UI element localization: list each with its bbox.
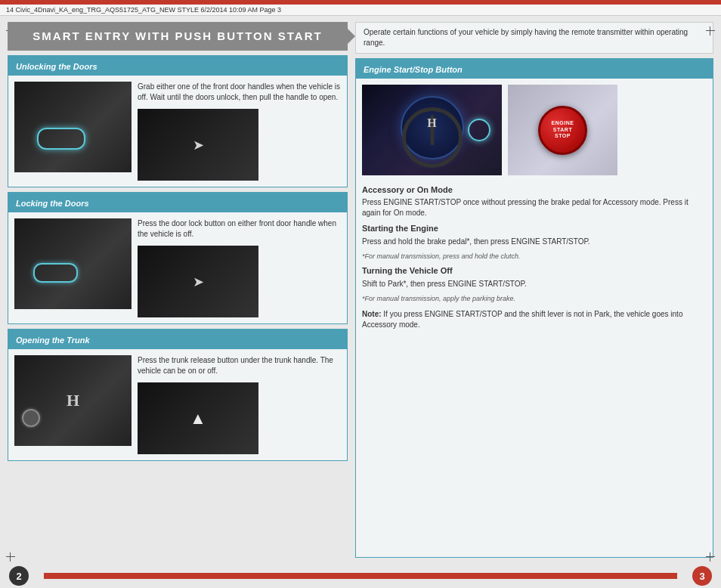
locking-header: Locking the Doors [8, 193, 347, 212]
engine-start-stop-button: ENGINE START STOP [538, 106, 587, 155]
smart-entry-header: SMART ENTRY WITH PUSH BUTTON START [8, 22, 348, 51]
compass-tr [706, 26, 715, 36]
note-text: If you press ENGINE START/STOP and the s… [362, 310, 682, 329]
dashboard-circle-indicator [468, 119, 490, 141]
page-number-left: 2 [9, 566, 29, 586]
top-notice: Operate certain functions of your vehicl… [355, 22, 713, 54]
engine-header: Engine Start/Stop Button [356, 59, 713, 79]
engine-images: ENGINE START STOP [356, 79, 713, 181]
locking-title: Locking the Doors [16, 199, 89, 208]
locking-image-close [138, 246, 258, 317]
unlocking-content: Grab either one of the front door handle… [8, 76, 347, 187]
trunk-image-main [14, 355, 132, 446]
engine-button-line2: START [553, 127, 572, 133]
main-content: SMART ENTRY WITH PUSH BUTTON START Unloc… [0, 16, 721, 564]
right-column: Operate certain functions of your vehicl… [355, 22, 713, 558]
starting-text: Press and hold the brake pedal*, then pr… [362, 237, 707, 247]
starting-title: Starting the Engine [362, 223, 707, 234]
compass-bl [6, 552, 15, 562]
accessory-text: Press ENGINE START/STOP once without pre… [362, 197, 707, 218]
steering-column [430, 115, 434, 145]
unlocking-header: Unlocking the Doors [8, 56, 347, 76]
turning-italic: *For manual transmission, apply the park… [362, 294, 707, 304]
locking-section: Locking the Doors Press the door lock bu… [8, 192, 348, 324]
engine-section: Engine Start/Stop Button ENGINE [355, 58, 713, 558]
turning-title: Turning the Vehicle Off [362, 265, 707, 277]
accessory-title: Accessory or On Mode [362, 184, 707, 196]
unlocking-section: Unlocking the Doors Grab either one of t… [8, 55, 348, 187]
file-info-text: 14 Civic_4Dnavi_KA_eng_TRG_AQS51725_ATG_… [6, 6, 281, 14]
page-right-text: 3 [699, 571, 704, 582]
page-container: 14 Civic_4Dnavi_KA_eng_TRG_AQS51725_ATG_… [0, 0, 721, 588]
left-column: SMART ENTRY WITH PUSH BUTTON START Unloc… [8, 22, 348, 558]
trunk-text: Press the trunk release button under the… [138, 355, 341, 376]
smart-entry-title-box: SMART ENTRY WITH PUSH BUTTON START [9, 23, 346, 49]
engine-dashboard-image [362, 85, 502, 175]
smart-entry-title: SMART ENTRY WITH PUSH BUTTON START [32, 29, 322, 42]
unlocking-title: Unlocking the Doors [16, 62, 97, 71]
engine-button-line3: STOP [555, 133, 571, 139]
compass-br [706, 552, 715, 562]
locking-text: Press the door lock button on either fro… [138, 218, 341, 240]
trunk-title: Opening the Trunk [16, 336, 90, 345]
unlocking-image-main [14, 82, 132, 172]
page-left-text: 2 [16, 571, 21, 582]
engine-button-image: ENGINE START STOP [508, 85, 617, 175]
locking-content: Press the door lock button on either fro… [8, 212, 347, 323]
locking-image-main [14, 218, 132, 309]
engine-note: Note: If you press ENGINE START/STOP and… [362, 309, 707, 330]
page-number-right: 3 [692, 566, 712, 586]
trunk-header: Opening the Trunk [8, 330, 347, 349]
trunk-section: Opening the Trunk Press the trunk releas… [8, 329, 348, 461]
trunk-content: Press the trunk release button under the… [8, 349, 347, 460]
top-notice-text: Operate certain functions of your vehicl… [364, 28, 688, 47]
file-info-bar: 14 Civic_4Dnavi_KA_eng_TRG_AQS51725_ATG_… [0, 5, 721, 16]
trunk-image-close [138, 382, 258, 454]
bottom-bar: 2 3 [0, 564, 721, 588]
bottom-center-bar [44, 573, 677, 579]
unlocking-image-close [138, 109, 258, 181]
starting-italic: *For manual transmission, press and hold… [362, 252, 707, 262]
engine-descriptions: Accessory or On Mode Press ENGINE START/… [356, 181, 713, 336]
unlocking-text: Grab either one of the front door handle… [138, 82, 341, 103]
engine-header-title: Engine Start/Stop Button [364, 65, 463, 74]
turning-text: Shift to Park*, then press ENGINE START/… [362, 279, 707, 289]
header-arrow [346, 27, 355, 45]
note-label: Note: [362, 310, 382, 318]
engine-button-line1: ENGINE [552, 120, 574, 126]
